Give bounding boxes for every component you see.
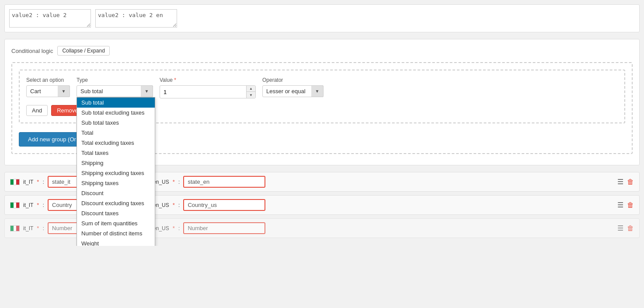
top-section: value2 : value 2 value2 : value 2 en xyxy=(4,4,640,32)
dropdown-item-weight[interactable]: Weight xyxy=(77,238,155,246)
required-star-3: * xyxy=(37,202,39,208)
locale-label-it-2: it_IT xyxy=(23,202,33,208)
value-input-wrapper: ▲ ▼ xyxy=(160,85,256,98)
dropdown-item-sum-item-quantities[interactable]: Sum of item quantities xyxy=(77,218,155,228)
dropdown-item-shipping-taxes[interactable]: Shipping taxes xyxy=(77,178,155,188)
state-en-input[interactable] xyxy=(183,176,265,188)
textarea-value2-it[interactable]: value2 : value 2 xyxy=(9,9,91,28)
type-select-wrapper: ▼ xyxy=(77,85,153,97)
dropdown-item-sub-total-taxes[interactable]: Sub total taxes xyxy=(77,118,155,128)
locale-label-en-2: en_US xyxy=(153,202,169,208)
operator-select[interactable]: Lesser or equal Greater or equal Equal N… xyxy=(262,85,324,97)
locale-label-it-3: it_IT xyxy=(23,225,33,231)
flag-it-icon xyxy=(10,179,20,185)
dropdown-item-sub-total[interactable]: Sub total xyxy=(77,98,155,108)
row-icons-2: ☰ 🗑 xyxy=(617,201,634,209)
dropdown-item-discount-excl-taxes[interactable]: Discount excluding taxes xyxy=(77,198,155,208)
operator-select-wrapper: Lesser or equal Greater or equal Equal N… xyxy=(262,85,324,97)
reorder-icon-3[interactable]: ☰ xyxy=(617,224,623,232)
row-icons-1: ☰ 🗑 xyxy=(617,178,634,186)
condition-form-row: Select an option Cart ▼ Type xyxy=(26,77,618,98)
cart-select[interactable]: Cart xyxy=(26,85,70,97)
value-spinner-up[interactable]: ▲ xyxy=(247,86,255,92)
required-star-5: * xyxy=(37,225,39,231)
cart-select-wrapper: Cart ▼ xyxy=(26,85,70,97)
dropdown-item-shipping[interactable]: Shipping xyxy=(77,158,155,168)
required-star-6: * xyxy=(173,225,175,231)
flag-it-icon-3 xyxy=(10,225,20,231)
value-spinner-down[interactable]: ▼ xyxy=(247,92,255,98)
type-dropdown-list: Sub total Sub total excluding taxes Sub … xyxy=(77,97,155,246)
conditional-logic-label: Conditional logic xyxy=(11,48,53,54)
colon-5: : xyxy=(42,225,44,231)
dropdown-item-sub-total-excl-taxes[interactable]: Sub total excluding taxes xyxy=(77,108,155,118)
value-spinner: ▲ ▼ xyxy=(246,86,255,98)
required-star-4: * xyxy=(173,202,175,208)
select-option-group: Select an option Cart ▼ xyxy=(26,77,70,97)
locale-label-it: it_IT xyxy=(23,179,33,185)
value-label: Value * xyxy=(160,77,256,83)
value-input[interactable] xyxy=(160,87,246,98)
type-dropdown-container: ▼ Sub total Sub total excluding taxes Su… xyxy=(77,85,153,97)
dropdown-item-total-excl-taxes[interactable]: Total excluding taxes xyxy=(77,138,155,148)
dropdown-item-shipping-excl-taxes[interactable]: Shipping excluding taxes xyxy=(77,168,155,178)
locale-label-en-3: en_US xyxy=(153,225,169,231)
row-icons-3: ☰ 🗑 xyxy=(617,224,634,232)
value-required-star: * xyxy=(174,77,176,83)
type-label: Type xyxy=(77,77,153,83)
country-en-input[interactable] xyxy=(183,199,265,211)
collapse-expand-button[interactable]: Collapse / Expand xyxy=(57,46,109,56)
outer-group-box: Select an option Cart ▼ Type xyxy=(11,62,633,154)
required-star-1: * xyxy=(37,178,39,185)
type-input[interactable] xyxy=(77,85,153,97)
dropdown-item-total[interactable]: Total xyxy=(77,128,155,138)
colon-3: : xyxy=(42,202,44,208)
delete-icon-2[interactable]: 🗑 xyxy=(627,201,634,209)
and-button[interactable]: And xyxy=(26,105,48,116)
delete-icon-3[interactable]: 🗑 xyxy=(627,224,634,232)
conditional-header: Conditional logic Collapse / Expand xyxy=(11,46,633,56)
colon-1: : xyxy=(42,178,44,185)
operator-label: Operator xyxy=(262,77,324,83)
colon-4: : xyxy=(178,202,180,208)
conditional-section: Conditional logic Collapse / Expand Sele… xyxy=(4,39,640,165)
inner-group-box: Select an option Cart ▼ Type xyxy=(19,70,625,123)
dropdown-item-discount[interactable]: Discount xyxy=(77,188,155,198)
textarea-value2-en[interactable]: value2 : value 2 en xyxy=(95,9,177,28)
colon-6: : xyxy=(178,225,180,231)
dropdown-item-total-taxes[interactable]: Total taxes xyxy=(77,148,155,158)
flag-it-icon-2 xyxy=(10,202,20,208)
operator-group: Operator Lesser or equal Greater or equa… xyxy=(262,77,324,97)
locale-label-en: en_US xyxy=(153,179,169,185)
dropdown-item-discount-taxes[interactable]: Discount taxes xyxy=(77,208,155,218)
type-group: Type ▼ Sub total Sub total excluding tax… xyxy=(77,77,153,97)
value-group: Value * ▲ ▼ xyxy=(160,77,256,98)
delete-icon[interactable]: 🗑 xyxy=(627,178,634,186)
reorder-icon[interactable]: ☰ xyxy=(617,178,623,186)
select-option-label: Select an option xyxy=(26,77,70,83)
colon-2: : xyxy=(178,178,180,185)
required-star-2: * xyxy=(173,178,175,185)
reorder-icon-2[interactable]: ☰ xyxy=(617,201,623,209)
dropdown-item-distinct-items[interactable]: Number of distinct items xyxy=(77,228,155,238)
number-en-input[interactable] xyxy=(183,222,265,234)
